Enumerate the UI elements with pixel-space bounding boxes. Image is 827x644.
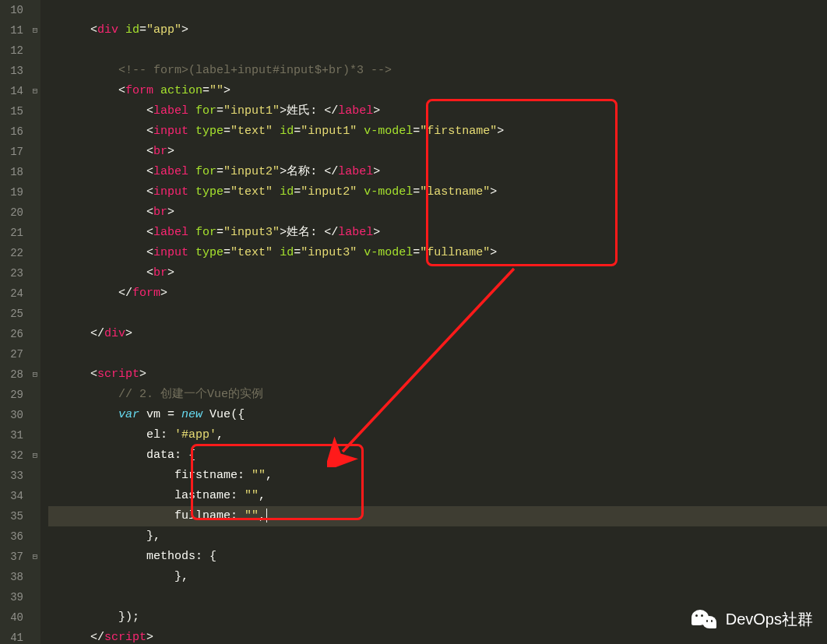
watermark: DevOps社群 xyxy=(692,608,813,630)
fold-icon[interactable]: ⊟ xyxy=(30,547,40,567)
line-number: 14 xyxy=(3,81,23,101)
line-number-gutter: 10 11 12 13 14 15 16 17 18 19 20 21 22 2… xyxy=(0,0,30,644)
code-line[interactable]: lastname: "", xyxy=(48,486,827,506)
line-number: 26 xyxy=(3,324,23,344)
line-number: 11 xyxy=(3,20,23,40)
code-line[interactable]: el: '#app', xyxy=(48,425,827,445)
code-line[interactable] xyxy=(48,304,827,324)
line-number: 17 xyxy=(3,142,23,162)
wechat-icon xyxy=(692,608,718,630)
line-number: 10 xyxy=(3,0,23,20)
code-line[interactable]: <label for="input2">名称: </label> xyxy=(48,162,827,182)
line-number: 34 xyxy=(3,486,23,506)
line-number: 31 xyxy=(3,425,23,445)
line-number: 41 xyxy=(3,628,23,644)
code-line[interactable]: // 2. 创建一个Vue的实例 xyxy=(48,385,827,405)
code-line[interactable]: }, xyxy=(48,526,827,547)
code-line[interactable] xyxy=(48,40,827,61)
line-number: 13 xyxy=(3,61,23,81)
fold-icon[interactable]: ⊟ xyxy=(30,20,40,40)
fold-icon[interactable]: ⊟ xyxy=(30,81,40,101)
code-line[interactable]: firstname: "", xyxy=(48,466,827,486)
code-line[interactable]: <form action=""> xyxy=(48,81,827,101)
code-line[interactable]: <!-- form>(label+input#input$+br)*3 --> xyxy=(48,61,827,81)
line-number: 33 xyxy=(3,466,23,486)
code-line[interactable] xyxy=(48,0,827,20)
code-line[interactable]: <script> xyxy=(48,364,827,385)
code-area[interactable]: <div id="app"> <!-- form>(label+input#in… xyxy=(40,0,827,644)
line-number: 18 xyxy=(3,162,23,182)
code-line[interactable]: <input type="text" id="input3" v-model="… xyxy=(48,243,827,263)
code-line[interactable]: </form> xyxy=(48,283,827,304)
line-number: 37 xyxy=(3,547,23,567)
line-number: 32 xyxy=(3,445,23,466)
line-number: 23 xyxy=(3,263,23,283)
line-number: 29 xyxy=(3,385,23,405)
line-number: 24 xyxy=(3,283,23,304)
fold-gutter: ⊟ ⊟ ⊟ ⊟ ⊟ xyxy=(30,0,40,644)
line-number: 20 xyxy=(3,202,23,223)
text-caret xyxy=(266,509,267,523)
code-line[interactable]: <div id="app"> xyxy=(48,20,827,40)
line-number: 12 xyxy=(3,40,23,61)
code-line[interactable]: var vm = new Vue({ xyxy=(48,405,827,425)
line-number: 22 xyxy=(3,243,23,263)
code-line[interactable]: <label for="input3">姓名: </label> xyxy=(48,223,827,243)
fold-icon[interactable]: ⊟ xyxy=(30,364,40,385)
line-number: 21 xyxy=(3,223,23,243)
line-number: 30 xyxy=(3,405,23,425)
code-line[interactable]: <label for="input1">姓氏: </label> xyxy=(48,101,827,121)
line-number: 19 xyxy=(3,182,23,202)
code-line[interactable]: <br> xyxy=(48,202,827,223)
watermark-text: DevOps社群 xyxy=(726,609,813,630)
code-line[interactable]: <input type="text" id="input1" v-model="… xyxy=(48,121,827,142)
code-line[interactable]: data: { xyxy=(48,445,827,466)
line-number: 36 xyxy=(3,526,23,547)
line-number: 38 xyxy=(3,567,23,587)
line-number: 15 xyxy=(3,101,23,121)
code-line[interactable]: methods: { xyxy=(48,547,827,567)
code-line[interactable]: </div> xyxy=(48,324,827,344)
code-line[interactable] xyxy=(48,587,827,607)
line-number: 25 xyxy=(3,304,23,324)
code-line[interactable]: </script> xyxy=(48,628,827,644)
line-number: 27 xyxy=(3,344,23,364)
code-line[interactable]: }, xyxy=(48,567,827,587)
code-line[interactable]: <br> xyxy=(48,142,827,162)
code-line[interactable]: <br> xyxy=(48,263,827,283)
code-line[interactable] xyxy=(48,344,827,364)
line-number: 35 xyxy=(3,506,23,526)
code-line[interactable]: <input type="text" id="input2" v-model="… xyxy=(48,182,827,202)
fold-icon[interactable]: ⊟ xyxy=(30,445,40,466)
code-editor[interactable]: 10 11 12 13 14 15 16 17 18 19 20 21 22 2… xyxy=(0,0,827,644)
line-number: 39 xyxy=(3,587,23,607)
line-number: 40 xyxy=(3,607,23,628)
line-number: 28 xyxy=(3,364,23,385)
line-number: 16 xyxy=(3,121,23,142)
code-line-current[interactable]: fullname: "", xyxy=(48,506,827,526)
